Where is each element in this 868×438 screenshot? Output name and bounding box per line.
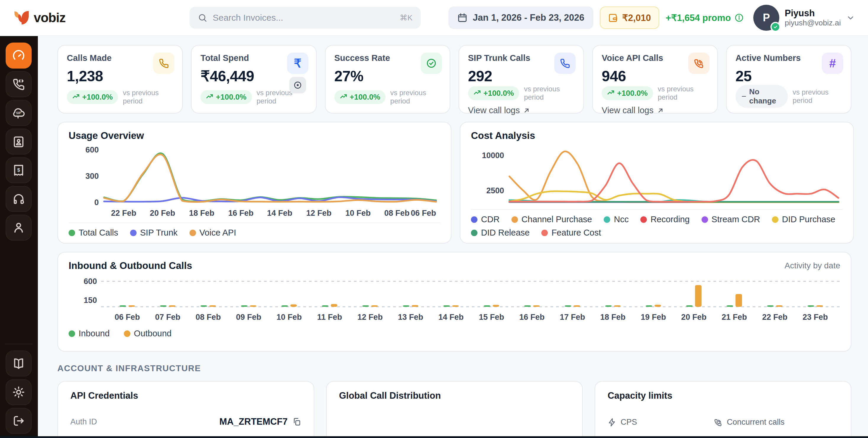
kpi-row: Calls Made 1,238 +100.0% vs previous per… — [57, 45, 851, 114]
search-shortcut: ⌘K — [400, 13, 412, 23]
dashboard-gauge-icon — [12, 49, 25, 62]
global-call-distribution-card: Global Call Distribution — [326, 381, 583, 438]
promo-amount: +₹1,654 promo — [666, 12, 731, 23]
svg-text:15 Feb: 15 Feb — [479, 313, 504, 321]
view-call-logs-link[interactable]: View call logs — [601, 105, 708, 115]
search-bar[interactable]: ⌘K — [189, 7, 421, 29]
svg-text:$: $ — [17, 167, 20, 173]
sidebar-item-dashboard[interactable] — [6, 42, 32, 69]
legend-dot-icon — [130, 230, 136, 236]
card-title: API Credentials — [70, 390, 138, 401]
sidebar-item-theme-toggle[interactable] — [6, 379, 32, 405]
svg-text:300: 300 — [86, 172, 99, 181]
charts-row: Usage Overview 030060022 Feb20 Feb18 Feb… — [57, 122, 851, 244]
legend-dot-icon — [702, 216, 708, 223]
arrow-up-right-icon — [523, 107, 530, 114]
sidebar-divider — [5, 344, 33, 344]
svg-text:14 Feb: 14 Feb — [438, 313, 464, 321]
legend-dot-icon — [69, 230, 75, 236]
sidebar-item-billing[interactable]: $ — [6, 157, 32, 183]
user-email: piyush@vobiz.ai — [785, 19, 841, 28]
toggle-visibility-button[interactable] — [289, 77, 306, 93]
copy-icon — [292, 417, 301, 426]
change-badge: No change — [736, 85, 788, 108]
svg-text:12 Feb: 12 Feb — [306, 209, 332, 218]
promo-balance: +₹1,654 promo — [666, 12, 744, 23]
legend-item: Voice API — [189, 228, 236, 238]
kpi-card-voice-api-calls: Voice API Calls 946 +100.0% vs previous … — [592, 45, 717, 114]
lightning-icon — [608, 418, 616, 427]
wallet-balance[interactable]: ₹2,010 — [600, 6, 659, 29]
capacity-limits-card: Capacity limits CPS Concurrent calls — [594, 381, 851, 438]
svg-text:08 Feb: 08 Feb — [384, 209, 410, 218]
change-badge: +100.0% — [601, 86, 653, 100]
sip-trunk-cloud-icon: SIP — [11, 106, 26, 120]
phone-icon — [153, 53, 175, 74]
trending-up-icon — [607, 89, 615, 97]
svg-text:10 Feb: 10 Feb — [276, 313, 302, 321]
docs-book-icon — [12, 357, 25, 370]
legend-item: Feature Cost — [541, 228, 601, 238]
legend-item: CDR — [471, 215, 500, 224]
inbound-outbound-card: Inbound & Outbound Calls Activity by dat… — [57, 252, 851, 352]
info-icon[interactable] — [734, 13, 744, 23]
svg-text:07 Feb: 07 Feb — [155, 313, 181, 321]
check-circle-icon — [421, 53, 442, 74]
topbar: vobiz ⌘K Jan 1, 2026 - Feb 23, 2026 ₹2,0… — [0, 0, 868, 36]
brand-name: vobiz — [34, 10, 65, 25]
vobiz-logo-icon — [13, 10, 30, 26]
sidebar-item-docs[interactable] — [6, 350, 32, 377]
legend-dot-icon — [471, 216, 477, 223]
sidebar-item-contacts[interactable] — [6, 129, 32, 155]
sidebar-item-sip-trunk[interactable]: SIP — [6, 100, 32, 126]
legend-item: Recording — [640, 215, 689, 224]
auth-id-value: MA_ZRTEMCF7 — [219, 416, 288, 427]
hash-icon: # — [822, 53, 843, 74]
search-input[interactable] — [213, 13, 394, 23]
avatar-initial: P — [763, 11, 770, 24]
minus-icon — [741, 93, 747, 100]
cost-analysis-card: Cost Analysis 25001000023 Feb20 Feb18 Fe… — [460, 122, 854, 244]
activity-legend: InboundOutbound — [69, 326, 840, 338]
phone-icon — [554, 53, 576, 74]
view-call-logs-link[interactable]: View call logs — [468, 105, 575, 115]
chart-title: Cost Analysis — [471, 130, 843, 141]
svg-text:150: 150 — [84, 296, 97, 305]
arrow-up-right-icon — [657, 107, 664, 114]
svg-text:12 Feb: 12 Feb — [358, 313, 383, 321]
sidebar-item-account[interactable] — [6, 215, 32, 241]
theme-sun-icon — [12, 385, 25, 399]
activity-by-date-label: Activity by date — [785, 261, 840, 271]
kpi-card-sip-trunk-calls: SIP Trunk Calls 292 +100.0% vs previous … — [459, 45, 584, 114]
svg-text:23 Feb: 23 Feb — [803, 313, 828, 321]
legend-item: Ncc — [604, 215, 628, 224]
svg-text:16 Feb: 16 Feb — [228, 209, 254, 218]
sidebar: SIP $ — [0, 36, 38, 438]
card-title: Capacity limits — [608, 390, 672, 401]
change-badge: +100.0% — [334, 90, 385, 104]
svg-text:11 Feb: 11 Feb — [317, 313, 342, 321]
svg-text:18 Feb: 18 Feb — [600, 313, 626, 321]
svg-text:17 Feb: 17 Feb — [560, 313, 585, 321]
sidebar-item-logout[interactable] — [6, 408, 32, 434]
user-menu[interactable]: P Piyush piyush@vobiz.ai — [753, 5, 855, 31]
account-person-icon — [12, 221, 25, 234]
date-range-picker[interactable]: Jan 1, 2026 - Feb 23, 2026 — [448, 6, 593, 29]
sidebar-item-voice-calls[interactable] — [6, 71, 32, 97]
compare-label: vs previous period — [123, 89, 173, 105]
logout-icon — [12, 414, 25, 428]
change-badge: +100.0% — [468, 86, 519, 100]
inbound-outbound-chart: 60015006 Feb07 Feb08 Feb09 Feb10 Feb11 F… — [69, 274, 841, 324]
sidebar-item-support[interactable] — [6, 186, 32, 212]
brand-logo[interactable]: vobiz — [13, 10, 65, 26]
section-header: ACCOUNT & INFRASTRUCTURE — [57, 364, 851, 373]
legend-item: Stream CDR — [702, 215, 760, 224]
trending-up-icon — [72, 93, 80, 101]
cost-analysis-chart: 25001000023 Feb20 Feb18 Feb15 Feb13 Feb1… — [471, 143, 843, 208]
compare-label: vs previous period — [658, 85, 708, 101]
copy-auth-id-button[interactable] — [292, 417, 301, 426]
legend-item: Inbound — [69, 328, 110, 338]
usage-legend: Total CallsSIP TrunkVoice API — [69, 223, 440, 238]
rupee-icon: ₹ — [287, 53, 308, 74]
usage-overview-card: Usage Overview 030060022 Feb20 Feb18 Feb… — [57, 122, 452, 244]
